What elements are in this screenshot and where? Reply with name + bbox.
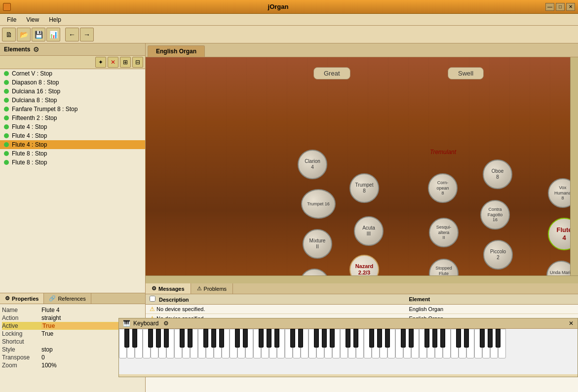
tab-messages[interactable]: ⚙ Messages	[146, 283, 191, 294]
stop-trumpet16[interactable]: Trumpet 16	[301, 189, 336, 219]
menu-file[interactable]: File	[2, 15, 21, 24]
black-key[interactable]	[322, 329, 327, 348]
black-key[interactable]	[480, 329, 485, 348]
knob-circle[interactable]: Corn-opean8	[428, 173, 458, 203]
black-key[interactable]	[346, 329, 350, 348]
knob-circle[interactable]: Oboe8	[483, 159, 512, 189]
stop-acuta[interactable]: AcutaIII	[354, 216, 384, 246]
black-key[interactable]	[440, 329, 445, 348]
black-key[interactable]	[290, 329, 295, 348]
list-item-selected[interactable]: Flute 4 : Stop	[0, 140, 145, 149]
stop-cornopean[interactable]: Corn-opean8	[428, 173, 458, 203]
black-key[interactable]	[156, 329, 161, 348]
collapse-button[interactable]: ⊟	[132, 57, 143, 68]
knob-circle[interactable]: Piccolo2	[483, 240, 513, 270]
add-element-button[interactable]: ✦	[95, 57, 106, 68]
black-key[interactable]	[274, 329, 279, 348]
knob-circle[interactable]: Trumpet8	[349, 173, 379, 203]
stop-nazard[interactable]: Nazard2.2/3	[349, 255, 379, 275]
stop-oboe[interactable]: Oboe8	[483, 159, 512, 189]
knob-circle[interactable]: MixtureII	[303, 229, 332, 259]
back-button[interactable]: ←	[65, 28, 79, 41]
organ-vscroll[interactable]	[570, 57, 578, 275]
menu-help[interactable]: Help	[44, 15, 66, 24]
stop-contrafagotto[interactable]: ContraFagotto16	[480, 200, 510, 230]
save-button[interactable]: 💾	[32, 28, 45, 41]
open-button[interactable]: 📂	[17, 28, 31, 41]
maximize-button[interactable]: □	[556, 3, 565, 11]
organ-hscroll[interactable]	[146, 275, 578, 283]
stop-sesquialtera[interactable]: Sesqui-alteraII	[429, 218, 459, 247]
black-key[interactable]	[124, 329, 129, 348]
stop-stopped-flute[interactable]: StoppedFlute4	[429, 259, 459, 275]
black-key[interactable]	[496, 329, 501, 348]
list-item[interactable]: Diapason 8 : Stop	[0, 78, 145, 87]
black-key[interactable]	[164, 329, 169, 348]
black-key[interactable]	[488, 329, 493, 348]
knob-circle[interactable]: Super-octave2	[300, 269, 329, 275]
minimize-button[interactable]: —	[545, 3, 554, 11]
new-button[interactable]: 🗎	[2, 28, 16, 41]
list-item[interactable]: Cornet V : Stop	[0, 69, 145, 78]
black-key[interactable]	[132, 329, 137, 348]
black-key[interactable]	[424, 329, 429, 348]
list-item[interactable]: Fanfare Trumpet 8 : Stop	[0, 105, 145, 114]
tab-properties[interactable]: ⚙ Properties	[0, 293, 44, 304]
black-key[interactable]	[219, 329, 224, 348]
black-key[interactable]	[409, 329, 414, 348]
stop-mixture[interactable]: MixtureII	[303, 229, 332, 259]
tab-english-organ[interactable]: English Organ	[148, 45, 205, 57]
knob-circle[interactable]: VoxHumana8	[548, 178, 570, 208]
black-key[interactable]	[148, 329, 153, 348]
black-key[interactable]	[267, 329, 271, 348]
black-key[interactable]	[211, 329, 216, 348]
black-key[interactable]	[180, 329, 185, 348]
stop-vox-humana[interactable]: VoxHumana8	[548, 178, 570, 208]
tab-problems[interactable]: ⚠ Problems	[191, 283, 233, 294]
tab-references[interactable]: 🔗 References	[44, 293, 91, 304]
black-key[interactable]	[235, 329, 240, 348]
knob-circle[interactable]: Unda Maris8	[546, 261, 570, 275]
knob-circle[interactable]: Clarion4	[298, 150, 327, 179]
col-check[interactable]	[150, 296, 155, 302]
stop-unda-maris[interactable]: Unda Maris8	[546, 261, 570, 275]
black-key[interactable]	[188, 329, 193, 348]
list-item[interactable]: Flute 8 : Stop	[0, 158, 145, 167]
properties-button[interactable]: 📊	[46, 28, 60, 41]
keyboard-close-button[interactable]: ✕	[569, 320, 574, 327]
stop-trumpet8[interactable]: Trumpet8	[349, 173, 379, 203]
delete-element-button[interactable]: ✕	[108, 57, 118, 68]
black-key[interactable]	[464, 329, 469, 348]
knob-circle[interactable]: Trumpet 16	[301, 189, 336, 219]
stop-piccolo[interactable]: Piccolo2	[483, 240, 513, 270]
list-item[interactable]: Flute 4 : Stop	[0, 131, 145, 140]
list-item[interactable]: Flute 8 : Stop	[0, 149, 145, 158]
black-key[interactable]	[369, 329, 374, 348]
knob-circle[interactable]: Nazard2.2/3	[349, 255, 379, 275]
stop-superoctave[interactable]: Super-octave2	[300, 269, 329, 275]
black-key[interactable]	[456, 329, 461, 348]
list-item[interactable]: Dulciana 16 : Stop	[0, 87, 145, 96]
list-item[interactable]: Fifteenth 2 : Stop	[0, 114, 145, 122]
list-item[interactable]: Dulciana 8 : Stop	[0, 96, 145, 105]
black-key[interactable]	[385, 329, 390, 348]
black-key[interactable]	[243, 329, 248, 348]
black-key[interactable]	[330, 329, 335, 348]
black-key[interactable]	[353, 329, 358, 348]
black-key[interactable]	[401, 329, 406, 348]
stop-clarion[interactable]: Clarion4	[298, 150, 327, 179]
forward-button[interactable]: →	[80, 28, 94, 41]
list-item[interactable]: Flute 4 : Stop	[0, 122, 145, 131]
black-key[interactable]	[203, 329, 208, 348]
black-key[interactable]	[298, 329, 303, 348]
knob-circle[interactable]: Flute4	[548, 218, 570, 250]
stop-flute4-selected[interactable]: Flute4	[548, 218, 570, 250]
knob-circle[interactable]: ContraFagotto16	[480, 200, 510, 230]
knob-circle[interactable]: StoppedFlute4	[429, 259, 459, 275]
menu-view[interactable]: View	[21, 15, 44, 24]
expand-button[interactable]: ⊞	[120, 57, 131, 68]
black-key[interactable]	[314, 329, 319, 348]
black-key[interactable]	[259, 329, 264, 348]
black-key[interactable]	[377, 329, 382, 348]
keyboard-settings-icon[interactable]: ⚙	[163, 320, 169, 327]
